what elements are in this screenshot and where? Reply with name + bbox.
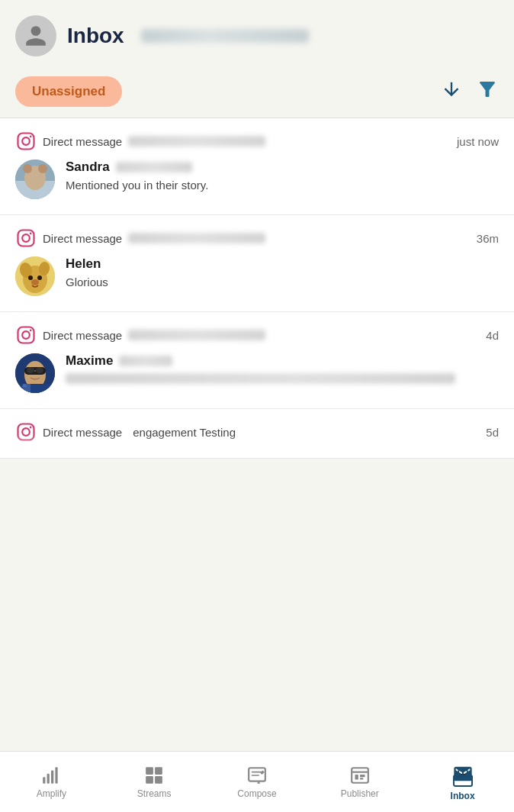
nav-label-streams: Streams	[137, 788, 172, 799]
svg-rect-26	[34, 370, 36, 372]
svg-point-24	[27, 367, 34, 373]
svg-rect-38	[146, 776, 153, 784]
svg-point-2	[30, 136, 32, 138]
svg-rect-33	[47, 773, 50, 783]
message-body: Helen Glorious	[15, 256, 499, 296]
instagram-icon	[15, 324, 37, 346]
message-content: Maxime	[66, 353, 499, 384]
nav-item-inbox[interactable]: Inbox	[411, 757, 514, 807]
nav-item-publisher[interactable]: Publisher	[308, 759, 411, 805]
instagram-icon	[15, 130, 37, 152]
sort-icon[interactable]	[441, 79, 462, 105]
compose-icon	[247, 765, 267, 785]
svg-rect-18	[18, 327, 34, 343]
svg-rect-37	[155, 767, 162, 775]
nav-item-amplify[interactable]: Amplify	[0, 759, 103, 805]
svg-rect-39	[155, 776, 162, 784]
message-meta: Direct message 36m	[15, 227, 499, 249]
svg-rect-34	[51, 770, 53, 783]
message-item-partial[interactable]: Direct message engagement Testing 5d	[0, 409, 514, 459]
sender-surname-blurred	[119, 356, 172, 366]
bottom-navigation: Amplify Streams Compose Publisher	[0, 751, 514, 812]
message-preview-blurred	[66, 373, 455, 384]
helen-avatar-img	[15, 256, 55, 296]
sender-name: Maxime	[66, 353, 113, 369]
inbox-active-icon	[452, 766, 474, 788]
message-body: Sandra Mentioned you in their story.	[15, 160, 499, 199]
message-type-label: Direct message	[43, 135, 122, 148]
maxime-avatar-img	[15, 353, 55, 393]
svg-point-1	[22, 137, 30, 145]
message-item[interactable]: Direct message 36m Helen	[0, 215, 514, 312]
svg-rect-29	[18, 424, 34, 440]
account-name-blurred	[128, 136, 265, 147]
time-label: 36m	[477, 232, 499, 245]
user-avatar	[15, 353, 55, 393]
time-label: 5d	[486, 426, 499, 439]
svg-rect-44	[360, 774, 365, 776]
svg-point-17	[31, 279, 39, 285]
message-type-label: Direct message	[43, 329, 122, 342]
instagram-icon	[15, 227, 37, 249]
svg-point-6	[23, 164, 32, 173]
svg-point-31	[30, 427, 32, 429]
header-subtitle-blurred	[141, 29, 309, 43]
svg-point-15	[28, 276, 33, 280]
svg-rect-32	[43, 777, 46, 784]
account-name-blurred	[128, 330, 265, 340]
sender-name: Sandra	[66, 160, 110, 175]
streams-icon	[144, 765, 164, 785]
sender-surname-blurred	[116, 162, 192, 172]
sender-name: Helen	[66, 256, 101, 272]
content-area: Direct message just now Sandra	[0, 118, 514, 527]
svg-point-19	[22, 331, 30, 339]
svg-point-30	[22, 428, 30, 436]
sandra-avatar-img	[15, 160, 55, 199]
svg-rect-35	[56, 767, 58, 784]
nav-item-streams[interactable]: Streams	[103, 759, 206, 805]
account-name-blurred	[128, 233, 265, 243]
svg-rect-8	[18, 230, 34, 246]
header: Inbox	[0, 0, 514, 69]
message-name-row: Sandra	[66, 160, 499, 175]
message-preview: Glorious	[66, 276, 108, 288]
message-meta: Direct message engagement Testing 5d	[15, 421, 499, 443]
message-meta: Direct message just now	[15, 130, 499, 152]
svg-rect-43	[355, 774, 358, 779]
message-name-row: Helen	[66, 256, 499, 272]
message-type-label: Direct message	[43, 426, 122, 439]
nav-item-compose[interactable]: Compose	[206, 759, 309, 805]
filter-funnel-icon[interactable]	[476, 78, 499, 106]
time-label: just now	[457, 135, 499, 148]
sort-arrow-icon	[441, 79, 462, 100]
nav-label-publisher: Publisher	[341, 788, 379, 799]
message-item[interactable]: Direct message 4d	[0, 312, 514, 409]
svg-point-16	[37, 276, 42, 280]
svg-point-20	[30, 330, 32, 332]
funnel-icon	[476, 78, 499, 101]
message-content: Helen Glorious	[66, 256, 499, 290]
nav-label-compose: Compose	[237, 788, 276, 799]
svg-point-10	[30, 233, 32, 235]
message-preview: Mentioned you in their story.	[66, 179, 208, 192]
unassigned-button[interactable]: Unassigned	[15, 76, 122, 107]
user-avatar	[15, 160, 55, 199]
person-icon	[24, 24, 48, 48]
svg-point-25	[36, 367, 43, 373]
user-avatar	[15, 256, 55, 296]
nav-label-inbox: Inbox	[451, 791, 475, 801]
message-body: Maxime	[15, 353, 499, 393]
message-item[interactable]: Direct message just now Sandra	[0, 118, 514, 215]
message-name-row: Maxime	[66, 353, 499, 369]
nav-label-amplify: Amplify	[37, 788, 66, 799]
svg-rect-45	[360, 778, 363, 779]
instagram-icon	[15, 421, 37, 443]
filter-bar: Unassigned	[0, 69, 514, 118]
svg-rect-40	[249, 768, 265, 781]
time-label: 4d	[486, 329, 499, 342]
page-title: Inbox	[67, 24, 124, 48]
svg-rect-27	[15, 384, 55, 393]
svg-point-7	[38, 164, 47, 173]
user-avatar	[15, 15, 56, 56]
publisher-icon	[350, 765, 370, 785]
